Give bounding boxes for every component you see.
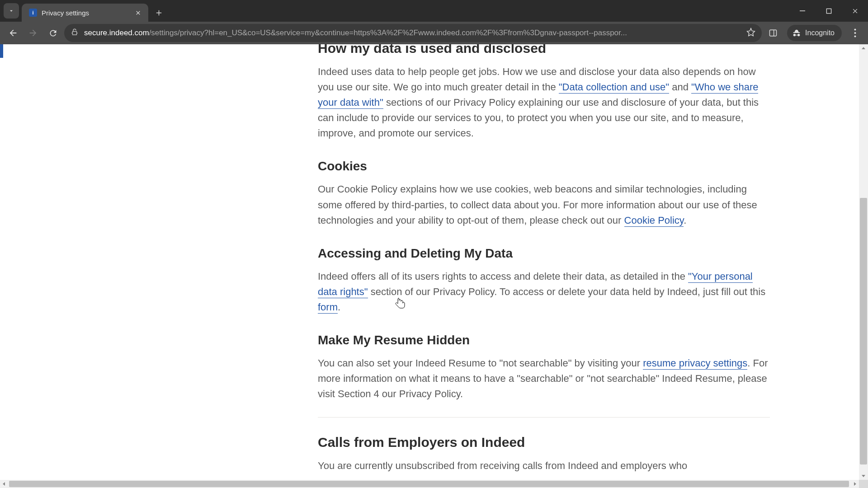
panel-icon (769, 28, 778, 38)
chevron-down-icon (861, 474, 866, 478)
window-controls (789, 0, 868, 22)
arrow-right-icon (28, 28, 38, 38)
kebab-icon (854, 28, 856, 38)
svg-point-4 (854, 36, 856, 38)
arrow-left-icon (8, 28, 18, 38)
section-title-resume: Make My Resume Hidden (318, 333, 770, 347)
link-cookie-policy[interactable]: Cookie Policy (624, 215, 684, 227)
close-icon (135, 10, 141, 16)
page-content: How my data is used and disclosed Indeed… (0, 44, 868, 488)
section-title-cookies: Cookies (318, 159, 770, 174)
svg-rect-1 (770, 30, 777, 36)
tab-favicon-icon: i (29, 9, 37, 17)
scroll-up-button[interactable] (859, 44, 868, 52)
vertical-scrollbar[interactable] (859, 44, 868, 480)
back-button[interactable] (5, 24, 22, 42)
incognito-badge[interactable]: Incognito (787, 25, 842, 41)
chevron-left-icon (2, 482, 6, 486)
section-body-calls: You are currently unsubscribed from rece… (318, 458, 770, 474)
site-info-icon[interactable] (71, 28, 79, 38)
tab-search-dropdown[interactable] (4, 3, 19, 19)
section-body-resume: You can also set your Indeed Resume to "… (318, 356, 770, 402)
plus-icon (155, 9, 163, 17)
section-divider (318, 417, 770, 418)
horizontal-scrollbar[interactable] (0, 480, 859, 488)
reload-button[interactable] (44, 24, 61, 42)
address-bar[interactable]: secure.indeed.com/settings/privacy?hl=en… (64, 24, 762, 42)
svg-rect-0 (826, 9, 831, 13)
browser-tab[interactable]: i Privacy settings (22, 4, 148, 22)
reload-icon (48, 28, 58, 38)
chevron-down-icon (8, 8, 14, 14)
minimize-button[interactable] (789, 0, 816, 22)
incognito-icon (792, 28, 802, 38)
tab-title: Privacy settings (42, 9, 129, 17)
horizontal-scroll-thumb[interactable] (9, 481, 849, 487)
side-panel-button[interactable] (764, 24, 782, 42)
url-text: secure.indeed.com/settings/privacy?hl=en… (84, 28, 741, 38)
new-tab-button[interactable] (151, 5, 166, 20)
close-icon (852, 8, 859, 14)
forward-button[interactable] (24, 24, 42, 42)
section-title-accessing: Accessing and Deleting My Data (318, 246, 770, 261)
scroll-down-button[interactable] (859, 472, 868, 480)
section-body-data-used: Indeed uses data to help people get jobs… (318, 64, 770, 141)
minimize-icon (799, 8, 806, 14)
tab-strip: i Privacy settings (0, 0, 868, 22)
chevron-right-icon (853, 482, 857, 486)
maximize-icon (826, 8, 832, 14)
browser-menu-button[interactable] (846, 24, 863, 42)
star-icon (746, 28, 755, 37)
close-window-button[interactable] (842, 0, 868, 22)
section-title-data-used: How my data is used and disclosed (318, 44, 770, 56)
scroll-left-button[interactable] (0, 480, 8, 488)
maximize-button[interactable] (816, 0, 842, 22)
incognito-label: Incognito (805, 29, 835, 37)
svg-point-3 (854, 32, 856, 34)
section-body-cookies: Our Cookie Policy explains how we use co… (318, 182, 770, 228)
chevron-up-icon (861, 46, 866, 51)
link-form[interactable]: form (318, 301, 338, 314)
section-body-accessing: Indeed offers all of its users rights to… (318, 269, 770, 315)
scroll-corner (859, 480, 868, 488)
section-title-calls: Calls from Employers on Indeed (318, 435, 770, 450)
scroll-right-button[interactable] (851, 480, 859, 488)
accent-stripe (0, 44, 3, 58)
vertical-scroll-thumb[interactable] (860, 198, 867, 465)
link-resume-privacy[interactable]: resume privacy settings (643, 357, 747, 370)
link-data-collection[interactable]: "Data collection and use" (559, 81, 669, 94)
browser-toolbar: secure.indeed.com/settings/privacy?hl=en… (0, 22, 868, 44)
tab-close-button[interactable] (134, 9, 142, 17)
bookmark-button[interactable] (746, 28, 755, 39)
svg-point-2 (854, 29, 856, 31)
